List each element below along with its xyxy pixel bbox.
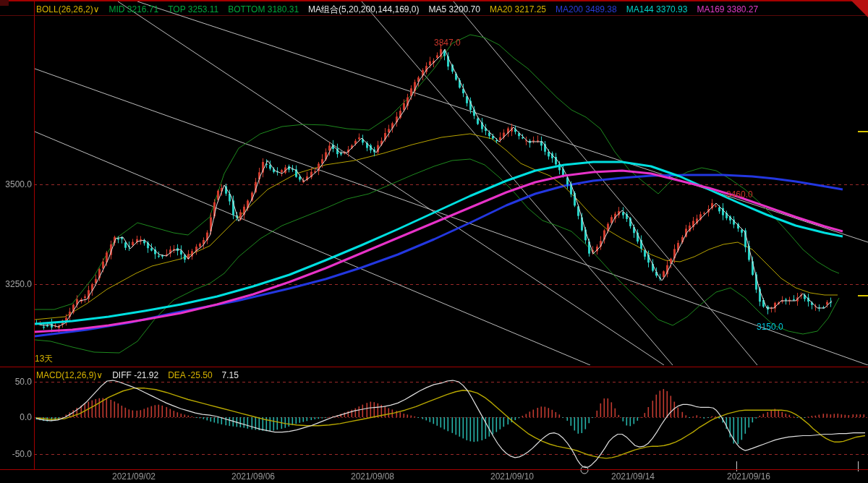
ma-value-label: MA144 3370.93: [626, 4, 688, 14]
date-tick-label: 2021/09/14: [611, 471, 655, 482]
boll-values: MID 3216.71TOP 3253.11BOTTOM 3180.31: [109, 4, 299, 14]
boll-indicator-dropdown[interactable]: BOLL(26,26,2)∨: [36, 4, 100, 14]
macd-indicator-bar: MACD(12,26,9)∨ DIFF -21.92 DEA -25.50 7.…: [36, 370, 239, 380]
duration-label: 13天: [35, 354, 53, 364]
date-tick-label: 2021/09/02: [112, 471, 156, 482]
date-tick-label: 2021/09/10: [490, 471, 534, 482]
ma-value-label: MA5 3200.70: [429, 4, 480, 14]
date-tick-label: 2021/09/06: [231, 471, 275, 482]
resistance-price-label: 3460.0: [726, 189, 753, 200]
macd-tick-label: 50.0: [0, 377, 32, 387]
price-tick-label: 3250.0: [0, 279, 32, 289]
ma-value-label: MA200 3489.38: [556, 4, 617, 14]
macd-dea-value: DEA -25.50: [168, 370, 212, 380]
macd-bar-value: 7.15: [222, 370, 239, 380]
date-tick-label: 2021/09/08: [351, 471, 394, 482]
main-indicator-bar: BOLL(26,26,2)∨ MID 3216.71TOP 3253.11BOT…: [36, 4, 758, 14]
price-tick-label: 3500.0: [0, 179, 32, 189]
ma-group-label: MA组合(5,20,200,144,169,0): [308, 4, 419, 14]
date-tick-label: 2021/09/16: [727, 471, 770, 482]
macd-tick-label: 0.0: [0, 412, 32, 422]
macd-tick-label: -50.0: [0, 449, 32, 459]
chart-window: BOLL(26,26,2)∨ MID 3216.71TOP 3253.11BOT…: [0, 0, 868, 483]
ma-values: MA5 3200.70MA20 3217.25MA200 3489.38MA14…: [429, 4, 759, 14]
ma-value-label: MA169 3380.27: [697, 4, 758, 14]
corner-flag-icon: [851, 0, 868, 17]
macd-indicator-dropdown[interactable]: MACD(12,26,9)∨: [36, 370, 103, 380]
boll-value-label: TOP 3253.11: [168, 4, 218, 14]
support-price-label: 3150.0: [757, 322, 783, 332]
boll-value-label: BOTTOM 3180.31: [228, 4, 299, 14]
peak-price-label: 3847.0: [434, 38, 461, 48]
boll-value-label: MID 3216.71: [109, 4, 159, 14]
macd-diff-value: DIFF -21.92: [112, 370, 158, 380]
chart-canvas[interactable]: [0, 0, 868, 483]
ma-value-label: MA20 3217.25: [490, 4, 546, 14]
